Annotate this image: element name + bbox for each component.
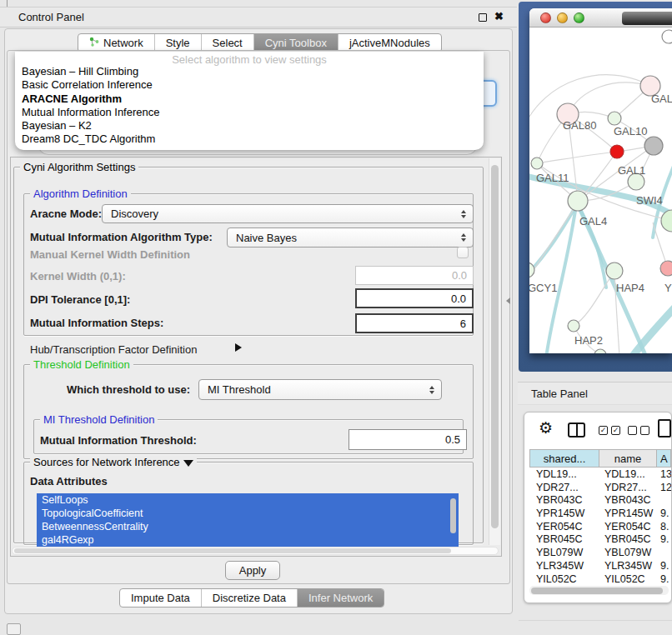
dpi-tolerance-field[interactable]: 0.0 <box>355 288 474 308</box>
floating-grip-icon[interactable] <box>7 623 21 635</box>
table-panel-title: Table Panel <box>531 388 588 400</box>
table-row[interactable]: YBR045CYBR045C9. <box>529 533 671 547</box>
table-row[interactable]: YLR345WYLR345W9. <box>529 560 671 573</box>
mi-threshold-field[interactable]: 0.5 <box>349 429 467 450</box>
table-row[interactable]: YPR145WYPR145W9. <box>529 508 671 521</box>
table-cell: YER054C <box>599 521 657 534</box>
network-node[interactable] <box>594 349 606 353</box>
settings-vertical-scrollbar[interactable] <box>489 158 500 545</box>
manual-kernel-label: Manual Kernel Width Definition <box>30 248 190 261</box>
network-canvas[interactable]: GALGAL80GAL10GAL1GAL11GAL4SWI4GCY1HAP4YH… <box>529 28 672 353</box>
gear-icon[interactable]: ⚙ <box>539 420 553 436</box>
tab-style[interactable]: Style <box>155 34 202 52</box>
network-node[interactable] <box>644 137 663 155</box>
scrollbar-thumb[interactable] <box>14 548 451 553</box>
tab-discretize-data[interactable]: Discretize Data <box>202 589 298 607</box>
bottom-divider <box>519 620 672 621</box>
list-scrollbar-thumb[interactable] <box>450 498 456 533</box>
mi-type-label: Mutual Information Algorithm Type: <box>30 231 213 243</box>
attribute-item[interactable]: gal4RGexp <box>37 533 459 547</box>
threshold-definition-title: Threshold Definition <box>30 358 133 371</box>
algorithm-option[interactable]: Bayesian – K2 <box>15 119 484 132</box>
table-cell: YBR045C <box>599 533 657 547</box>
algorithm-option[interactable]: Bayesian – Hill Climbing <box>15 65 484 78</box>
table-row[interactable]: YER054CYER054C8. <box>529 521 671 534</box>
close-traffic-light[interactable] <box>540 12 551 23</box>
algorithm-option[interactable]: Dream8 DC_TDC Algorithm <box>15 132 484 146</box>
sources-group-title: Sources for Network Inference <box>30 456 197 468</box>
network-node[interactable] <box>660 261 672 276</box>
table-row[interactable]: YBR043CYBR043C <box>529 494 671 508</box>
table-cell: YLR345W <box>599 560 657 573</box>
expander-collapsed-icon[interactable] <box>235 343 242 352</box>
algorithm-option[interactable]: ARACNE Algorithm <box>15 92 484 106</box>
which-threshold-combo[interactable]: MI Threshold <box>198 379 442 400</box>
columns-icon[interactable] <box>568 422 585 438</box>
expander-expanded-icon[interactable] <box>183 460 193 467</box>
zoom-traffic-light[interactable] <box>574 12 584 23</box>
table-row[interactable]: YDR27...YDR27...12 <box>529 482 671 495</box>
panel-title: Control Panel <box>18 11 84 23</box>
network-node[interactable] <box>529 262 534 278</box>
tab-select[interactable]: Select <box>202 34 254 52</box>
tab-cyni-toolbox[interactable]: Cyni Toolbox <box>254 34 339 52</box>
table-row[interactable]: YDL19...YDL19...13 <box>529 468 671 482</box>
table-cell: YBR043C <box>599 494 657 508</box>
network-node[interactable] <box>661 210 672 232</box>
settings-horizontal-scrollbar[interactable] <box>12 547 499 555</box>
column-header-shared-name[interactable]: shared... <box>529 449 599 468</box>
tab-label: Impute Data <box>131 589 190 607</box>
float-window-icon[interactable] <box>479 13 487 22</box>
network-node[interactable] <box>531 158 543 169</box>
table-cell: 9. <box>657 533 671 547</box>
table-row[interactable]: YIL052CYIL052C9. <box>529 573 671 587</box>
node-label: HAP4 <box>616 282 644 294</box>
network-node[interactable] <box>568 191 588 211</box>
hub-expander-label[interactable]: Hub/Transcription Factor Definition <box>30 343 197 356</box>
table-cell: YDR27... <box>529 482 599 495</box>
tab-jactivemnodules[interactable]: jActiveMNodules <box>339 34 441 52</box>
scrollbar-thumb[interactable] <box>491 165 499 528</box>
select-all-checkboxes-icon[interactable]: ✓✓ <box>599 426 620 435</box>
mi-steps-field[interactable]: 6 <box>355 313 474 333</box>
network-node[interactable] <box>608 112 621 125</box>
kernel-width-field[interactable]: 0.0 <box>355 266 474 285</box>
tab-label: jActiveMNodules <box>349 34 430 52</box>
document-icon[interactable] <box>658 419 671 438</box>
attribute-item[interactable]: BetweennessCentrality <box>37 520 459 533</box>
table-cell: 9. <box>657 560 671 573</box>
panel-splitter-arrow[interactable] <box>506 298 510 304</box>
mi-steps-value: 6 <box>460 318 466 330</box>
manual-kernel-checkbox[interactable] <box>457 247 469 258</box>
network-window[interactable]: GALGAL80GAL10GAL1GAL11GAL4SWI4GCY1HAP4YH… <box>529 8 672 353</box>
aracne-mode-combo[interactable]: Discovery <box>102 204 474 223</box>
mi-threshold-group-title: MI Threshold Definition <box>40 413 158 426</box>
network-node[interactable] <box>568 320 579 332</box>
network-node[interactable] <box>662 30 672 43</box>
network-node[interactable] <box>606 262 623 279</box>
table-body: YDL19...YDL19...13YDR27...YDR27...12YBR0… <box>529 468 671 586</box>
scrollbar-thumb[interactable] <box>531 588 663 594</box>
apply-button[interactable]: Apply <box>225 561 280 580</box>
minimize-traffic-light[interactable] <box>557 12 568 23</box>
deselect-all-checkboxes-icon[interactable] <box>628 426 649 435</box>
attribute-item[interactable]: SelfLoops <box>37 493 459 507</box>
network-window-titlebar[interactable] <box>529 8 672 28</box>
algorithm-dropdown: Select algorithm to view settings Bayesi… <box>15 52 484 150</box>
tab-network[interactable]: Network <box>78 34 155 52</box>
attribute-item[interactable]: TopologicalCoefficient <box>37 507 459 520</box>
tab-infer-network[interactable]: Infer Network <box>298 589 384 607</box>
algorithm-option[interactable]: Basic Correlation Inference <box>15 78 484 92</box>
mi-type-combo[interactable]: Naive Bayes <box>227 228 474 248</box>
node-label: GAL <box>651 92 672 105</box>
close-icon[interactable]: ✖ <box>494 10 504 22</box>
column-header-name[interactable]: name <box>599 449 657 468</box>
network-node[interactable] <box>610 145 624 158</box>
table-horizontal-scrollbar[interactable] <box>529 586 669 595</box>
algorithm-option[interactable]: Mutual Information Inference <box>15 106 484 119</box>
column-header-clipped[interactable]: A <box>657 449 671 468</box>
table-row[interactable]: YBL079WYBL079W <box>529 547 671 560</box>
network-graph: GALGAL80GAL10GAL1GAL11GAL4SWI4GCY1HAP4YH… <box>529 28 672 353</box>
tab-impute-data[interactable]: Impute Data <box>120 589 202 607</box>
table-panel-titlebar: Table Panel <box>518 382 672 405</box>
